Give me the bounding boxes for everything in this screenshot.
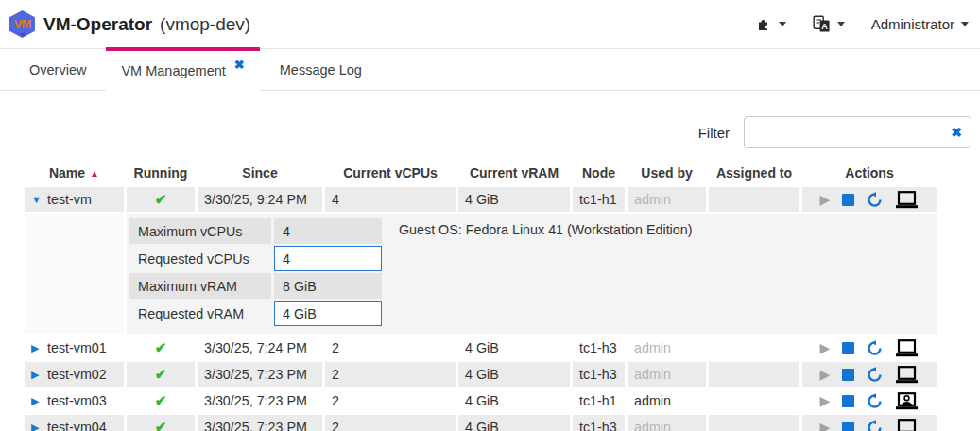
column-header-used-by[interactable]: Used by [628, 163, 706, 185]
console-icon[interactable] [895, 419, 919, 431]
vm-node: tc1-h3 [573, 336, 625, 360]
vm-used-by: admin [628, 388, 706, 413]
translate-icon: A [813, 15, 831, 33]
vm-properties-form: Maximum vCPUs 4 Requested vCPUs Maximum … [129, 218, 382, 326]
start-vm-icon[interactable]: ▶ [820, 341, 831, 354]
vm-current-vram: 4 GiB [458, 415, 570, 431]
max-vcpus-value: 4 [274, 218, 382, 244]
tab-bar: Overview VM Management ✖ Message Log [0, 49, 980, 91]
reset-vm-icon[interactable] [867, 192, 883, 208]
column-header-name[interactable]: Name▲ [25, 163, 124, 185]
user-menu-label: Administrator [871, 16, 954, 32]
chevron-down-icon [961, 22, 969, 26]
vm-used-by: admin [628, 187, 706, 212]
vm-name: test-vm04 [47, 420, 107, 431]
start-vm-icon[interactable]: ▶ [820, 394, 831, 407]
reset-vm-icon[interactable] [867, 367, 883, 383]
column-header-actions: Actions [802, 163, 937, 185]
tab-vm-management[interactable]: VM Management ✖ [106, 47, 259, 91]
logo-text: VM [14, 17, 31, 31]
components-menu-button[interactable] [756, 16, 786, 32]
console-icon[interactable] [895, 366, 919, 384]
reset-vm-icon[interactable] [867, 393, 883, 409]
vm-name: test-vm03 [47, 393, 107, 408]
vm-since: 3/30/25, 7:23 PM [198, 362, 322, 387]
user-menu-button[interactable]: Administrator [871, 16, 969, 32]
tab-overview[interactable]: Overview [9, 49, 106, 90]
detail-row-spacer [25, 214, 124, 334]
reset-vm-icon[interactable] [867, 340, 883, 356]
vm-current-vcpus: 2 [325, 415, 456, 431]
requested-vcpus-input[interactable] [274, 246, 382, 271]
column-header-assigned-to[interactable]: Assigned to [709, 163, 799, 185]
vm-assigned-to [709, 388, 799, 413]
expand-row-icon[interactable]: ▶ [31, 422, 47, 431]
vm-current-vcpus: 4 [325, 187, 456, 212]
brand: VM VM-Operator (vmop-dev) [9, 10, 250, 38]
sort-asc-icon: ▲ [90, 168, 99, 179]
vm-assigned-to [709, 415, 799, 431]
vm-detail-panel: Maximum vCPUs 4 Requested vCPUs Maximum … [127, 214, 937, 334]
column-header-current-vcpus[interactable]: Current vCPUs [325, 163, 456, 185]
vm-node: tc1-h3 [573, 362, 625, 387]
running-check-icon: ✔ [155, 191, 167, 207]
chevron-down-icon [837, 22, 845, 26]
filter-row: Filter ✖ [9, 116, 971, 148]
stop-vm-icon[interactable] [842, 369, 854, 381]
max-vram-label: Maximum vRAM [129, 273, 271, 299]
expand-row-icon[interactable]: ▶ [31, 395, 47, 407]
vm-name: test-vm [47, 192, 92, 207]
table-row: ▶ test-vm03 ✔ 3/30/25, 7:23 PM 2 4 GiB t… [25, 388, 937, 413]
vm-current-vcpus: 2 [325, 388, 456, 413]
start-vm-icon[interactable]: ▶ [820, 193, 831, 206]
console-icon[interactable] [895, 339, 919, 357]
console-user-icon[interactable] [895, 392, 919, 410]
vm-node: tc1-h1 [573, 187, 625, 212]
vm-used-by: admin [628, 362, 706, 387]
filter-input[interactable] [745, 125, 971, 140]
puzzle-icon [756, 16, 772, 32]
stop-vm-icon[interactable] [842, 395, 854, 407]
table-header-row: Name▲ Running Since Current vCPUs Curren… [25, 163, 937, 185]
column-header-running[interactable]: Running [127, 163, 195, 185]
chevron-down-icon [779, 22, 786, 26]
collapse-row-icon[interactable]: ▼ [31, 194, 47, 205]
reset-vm-icon[interactable] [867, 420, 883, 431]
running-check-icon: ✔ [155, 392, 167, 408]
filter-clear-icon[interactable]: ✖ [951, 125, 962, 140]
table-row: ▶ test-vm02 ✔ 3/30/25, 7:23 PM 2 4 GiB t… [25, 362, 937, 387]
vm-since: 3/30/25, 7:23 PM [198, 388, 322, 413]
column-header-since[interactable]: Since [198, 163, 322, 185]
vm-since: 3/30/25, 9:24 PM [198, 187, 322, 212]
header-actions: A Administrator [756, 15, 969, 33]
app-title: VM-Operator [43, 14, 152, 35]
vm-current-vcpus: 2 [325, 362, 456, 387]
app-instance-name: (vmop-dev) [160, 14, 250, 35]
stop-vm-icon[interactable] [842, 342, 854, 354]
tab-close-icon[interactable]: ✖ [234, 58, 245, 72]
filter-box: ✖ [744, 116, 971, 148]
table-row: ▼ test-vm ✔ 3/30/25, 9:24 PM 4 4 GiB tc1… [25, 187, 937, 212]
expand-row-icon[interactable]: ▶ [31, 369, 47, 381]
start-vm-icon[interactable]: ▶ [820, 368, 831, 381]
vm-current-vram: 4 GiB [458, 362, 570, 387]
column-header-current-vram[interactable]: Current vRAM [458, 163, 570, 185]
console-icon[interactable] [895, 191, 919, 209]
vm-table: Name▲ Running Since Current vCPUs Curren… [22, 161, 939, 431]
stop-vm-icon[interactable] [842, 422, 854, 431]
start-vm-icon[interactable]: ▶ [820, 421, 831, 431]
expand-row-icon[interactable]: ▶ [31, 342, 47, 354]
requested-vram-input[interactable] [274, 301, 382, 326]
vm-name: test-vm02 [47, 367, 107, 382]
language-menu-button[interactable]: A [813, 15, 845, 33]
vm-detail-row: Maximum vCPUs 4 Requested vCPUs Maximum … [25, 214, 937, 334]
running-check-icon: ✔ [155, 366, 167, 382]
vm-current-vcpus: 2 [325, 336, 456, 360]
column-header-node[interactable]: Node [573, 163, 625, 185]
vm-assigned-to [709, 362, 799, 387]
stop-vm-icon[interactable] [842, 194, 854, 206]
requested-vram-label: Requested vRAM [129, 301, 271, 326]
tab-message-log[interactable]: Message Log [260, 49, 382, 90]
vm-assigned-to [709, 336, 799, 360]
filter-label: Filter [698, 125, 730, 141]
